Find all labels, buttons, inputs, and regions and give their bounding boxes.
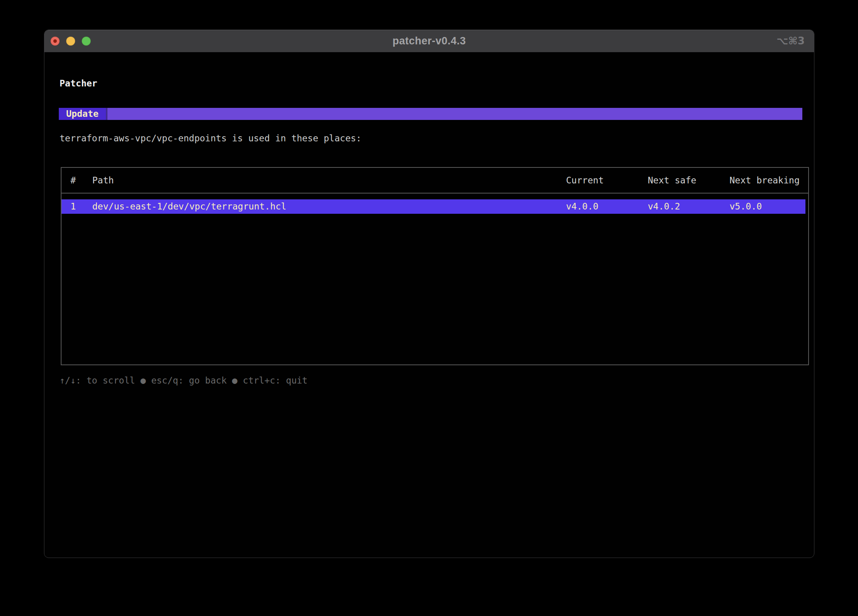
row-next-breaking-cell: v5.0.0 bbox=[730, 199, 762, 214]
table-row-selected[interactable]: 1 dev/us-east-1/dev/vpc/terragrunt.hcl v… bbox=[62, 199, 805, 214]
tab-bar: Update bbox=[59, 108, 802, 120]
tab-update[interactable]: Update bbox=[59, 108, 106, 120]
table-header: # Path Current Next safe Next breaking bbox=[62, 168, 808, 193]
window-title: patcher-v0.4.3 bbox=[44, 30, 814, 52]
page-title: Patcher bbox=[60, 77, 97, 89]
row-next-safe-cell: v4.0.2 bbox=[648, 199, 680, 214]
column-header-path: Path bbox=[92, 168, 114, 193]
column-header-next-safe: Next safe bbox=[648, 168, 696, 193]
column-header-current: Current bbox=[566, 168, 604, 193]
header-separator bbox=[62, 193, 808, 194]
column-header-next-breaking: Next breaking bbox=[730, 168, 800, 193]
title-bar: patcher-v0.4.3 ⌥⌘3 bbox=[44, 30, 814, 52]
usage-table: # Path Current Next safe Next breaking 1… bbox=[61, 167, 809, 365]
usage-description: terraform-aws-vpc/vpc-endpoints is used … bbox=[60, 132, 361, 144]
row-number-cell: 1 bbox=[70, 199, 76, 214]
column-header-number: # bbox=[70, 168, 76, 193]
row-path-cell: dev/us-east-1/dev/vpc/terragrunt.hcl bbox=[92, 199, 287, 214]
keyboard-hints: ↑/↓: to scroll ● esc/q: go back ● ctrl+c… bbox=[60, 374, 308, 387]
app-window: patcher-v0.4.3 ⌥⌘3 Patcher Update terraf… bbox=[44, 30, 814, 558]
window-shortcut-badge: ⌥⌘3 bbox=[777, 30, 805, 52]
row-current-cell: v4.0.0 bbox=[566, 199, 598, 214]
terminal-content: Patcher Update terraform-aws-vpc/vpc-end… bbox=[44, 52, 814, 558]
